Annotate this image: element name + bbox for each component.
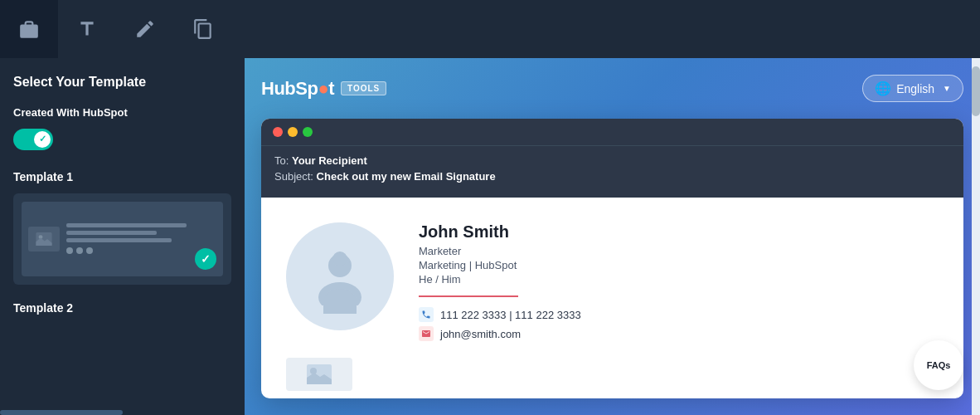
- copy-icon-button[interactable]: [174, 0, 232, 58]
- preview-lines: [66, 223, 216, 254]
- language-selector[interactable]: 🌐 English ▼: [862, 75, 963, 102]
- hubspot-logo: HubSp●t TOOLS: [261, 78, 386, 100]
- to-value: Your Recipient: [292, 154, 367, 167]
- signature-company: Marketing | HubSpot: [419, 259, 939, 271]
- email-contact-item: john@smith.com: [419, 326, 939, 341]
- email-contact-icon: [419, 326, 434, 341]
- subject-label: Subject:: [274, 170, 313, 183]
- email-value: john@smith.com: [440, 328, 521, 340]
- signature-contact: 111 222 3333 | 111 222 3333 john@smith.c…: [419, 307, 939, 341]
- window-minimize-dot: [288, 127, 298, 137]
- template1-selected-check: ✓: [195, 248, 216, 270]
- phone-icon: [419, 307, 434, 322]
- hubspot-dot: ●: [318, 78, 328, 99]
- sidebar-scrollbar-thumb[interactable]: [0, 410, 123, 415]
- signature-title: Marketer: [419, 245, 939, 257]
- toggle-wrapper: [13, 129, 231, 150]
- tools-badge: TOOLS: [341, 81, 386, 95]
- window-titlebar: [261, 119, 963, 145]
- svg-point-3: [318, 282, 361, 305]
- signature-pronouns: He / Him: [419, 273, 939, 286]
- hubspot-wordmark: HubSp●t: [261, 78, 334, 100]
- format-text-icon-button[interactable]: [58, 0, 116, 58]
- top-toolbar: [0, 0, 980, 58]
- window-maximize-dot: [303, 127, 313, 137]
- bottom-strip: [261, 358, 963, 398]
- phone-value: 111 222 3333 | 111 222 3333: [440, 309, 581, 321]
- template1-title: Template 1: [13, 170, 231, 183]
- email-subject-line: Subject: Check out my new Email Signatur…: [274, 170, 950, 183]
- pen-icon-button[interactable]: [116, 0, 174, 58]
- svg-point-2: [328, 254, 352, 277]
- toggle-knob: [34, 131, 51, 148]
- profile-placeholder-svg: [307, 247, 373, 305]
- email-header: To: Your Recipient Subject: Check out my…: [261, 145, 963, 198]
- template1-preview[interactable]: ✓: [13, 193, 231, 285]
- toggle-label: Created With HubSpot: [13, 106, 231, 120]
- email-body: John Smith Marketer Marketing | HubSpot …: [261, 198, 963, 358]
- right-scrollbar-thumb[interactable]: [972, 66, 980, 116]
- email-window: To: Your Recipient Subject: Check out my…: [261, 119, 963, 398]
- hubspot-header: HubSp●t TOOLS 🌐 English ▼: [261, 75, 963, 102]
- faqs-button[interactable]: FAQs: [914, 340, 963, 390]
- preview-img-placeholder: [28, 227, 60, 251]
- globe-icon: 🌐: [875, 81, 891, 96]
- briefcase-icon-button[interactable]: [0, 0, 58, 58]
- signature-name: John Smith: [419, 222, 939, 242]
- subject-value: Check out my new Email Signature: [317, 170, 496, 183]
- main-content: Select Your Template Created With HubSpo…: [0, 58, 980, 415]
- sidebar-title: Select Your Template: [13, 75, 231, 90]
- preview-icon-area: [22, 217, 223, 261]
- language-label: English: [896, 82, 934, 95]
- right-scrollbar[interactable]: [972, 58, 980, 415]
- sidebar: Select Your Template Created With HubSpo…: [0, 58, 245, 415]
- template2-title: Template 2: [13, 301, 231, 315]
- toolbar-icon-group: [0, 0, 232, 58]
- right-content: HubSp●t TOOLS 🌐 English ▼ To: Your Recip…: [245, 58, 980, 415]
- profile-image-placeholder: [286, 222, 394, 330]
- phone-contact-item: 111 222 3333 | 111 222 3333: [419, 307, 939, 322]
- email-to-line: To: Your Recipient: [274, 154, 950, 167]
- toggle-section: Created With HubSpot: [13, 106, 231, 150]
- template1-preview-inner: ✓: [22, 202, 223, 276]
- signature-divider: [419, 295, 518, 297]
- window-close-dot: [273, 127, 283, 137]
- dropdown-arrow-icon: ▼: [943, 84, 951, 93]
- to-label: To:: [274, 154, 289, 167]
- hubspot-toggle[interactable]: [13, 129, 53, 150]
- signature-info: John Smith Marketer Marketing | HubSpot …: [419, 222, 939, 341]
- preview-dots: [66, 247, 216, 254]
- bottom-image-placeholder: [286, 358, 352, 391]
